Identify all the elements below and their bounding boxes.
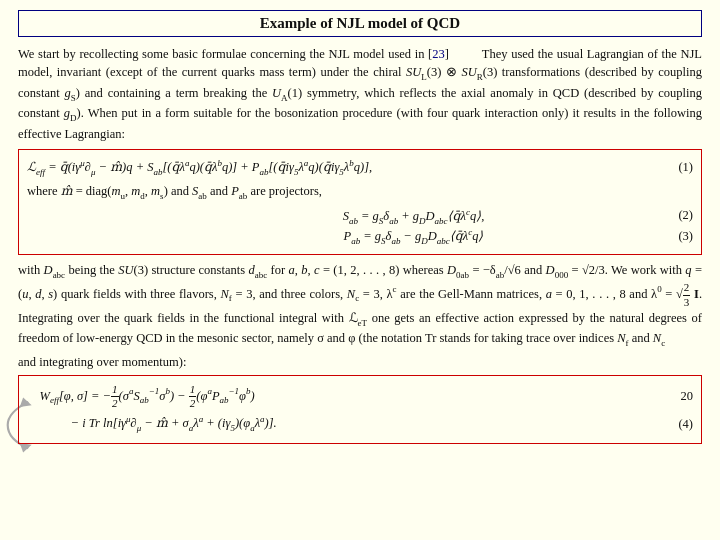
- equations-2-3: Sab = gSδab + gDDabc⟨q̄λcq⟩, (2) Pab = g…: [27, 207, 693, 246]
- equation-3-row: Pab = gSδab − gDDabc⟨q̄λcq⟩ (3): [27, 227, 693, 246]
- weff-equation-box: Weff[φ, σ] = −12(σaSab−1σb) − 12(φaPab−1…: [18, 375, 702, 444]
- equation-4-number: (4): [665, 417, 693, 432]
- equation-box-1: ℒeff = q̄(iγμ∂μ − m̂)q + Sab[(q̄λaq)(q̄λ…: [18, 149, 702, 255]
- svg-marker-1: [20, 443, 32, 452]
- equation-1-where: where m̂ = diag(mu, md, ms) and Sab and …: [27, 182, 693, 203]
- weff-equation-content-2: − i Tr ln[iγμ∂μ − m̂ + σaλa + (iγ5)(φaλa…: [55, 413, 655, 435]
- weff-eq-row-2: − i Tr ln[iγμ∂μ − m̂ + σaλa + (iγ5)(φaλa…: [55, 413, 693, 435]
- equation-2-number: (2): [665, 208, 693, 223]
- page-number-right: 20: [665, 389, 693, 404]
- page-container: Example of NJL model of QCD We start by …: [0, 0, 720, 540]
- equation-2-content: Sab = gSδab + gDDabc⟨q̄λcq⟩,: [172, 207, 655, 226]
- intro-paragraph: We start by recollecting some basic form…: [18, 45, 702, 143]
- reference-23[interactable]: 23: [432, 47, 445, 61]
- page-title: Example of NJL model of QCD: [18, 10, 702, 37]
- body-text-1: with Dabc being the SU(3) structure cons…: [18, 261, 702, 350]
- equation-3-number: (3): [665, 229, 693, 244]
- equation-1-content: ℒeff = q̄(iγμ∂μ − m̂)q + Sab[(q̄λaq)(q̄λ…: [27, 157, 655, 179]
- body-text-and: and integrating over momentum):: [18, 353, 702, 371]
- equation-2-row: Sab = gSδab + gDDabc⟨q̄λcq⟩, (2): [27, 207, 693, 226]
- weff-equation-content-1: Weff[φ, σ] = −12(σaSab−1σb) − 12(φaPab−1…: [27, 383, 655, 410]
- equation-1-number: (1): [665, 160, 693, 175]
- equation-3-content: Pab = gSδab − gDDabc⟨q̄λcq⟩: [172, 227, 655, 246]
- weff-eq-row-1: Weff[φ, σ] = −12(σaSab−1σb) − 12(φaPab−1…: [27, 383, 693, 410]
